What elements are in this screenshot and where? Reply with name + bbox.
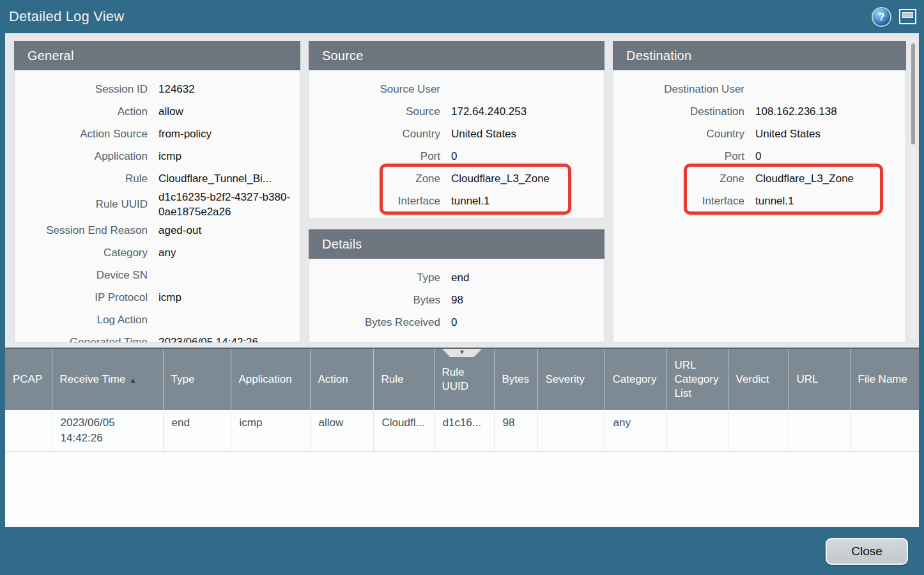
- field-value: from-policy: [158, 126, 300, 141]
- column-header-rule[interactable]: Rule: [373, 349, 434, 410]
- field-value: 172.64.240.253: [451, 104, 604, 119]
- field-value: icmp: [158, 149, 300, 164]
- field-label: Action Source: [15, 128, 148, 141]
- field-row: Port0: [309, 145, 604, 167]
- field-row: Applicationicmp: [15, 145, 300, 167]
- field-label: Generated Time: [15, 336, 148, 343]
- cell-action[interactable]: allow: [310, 410, 373, 451]
- scrollbar-thumb[interactable]: [911, 43, 915, 144]
- column-header-url-category-list[interactable]: URL Category List: [666, 349, 728, 410]
- general-panel: General Session ID124632 Actionallow Act…: [14, 41, 300, 342]
- field-value: United States: [451, 126, 604, 141]
- field-label: Destination: [613, 105, 744, 118]
- column-header-bytes[interactable]: Bytes: [494, 349, 537, 410]
- field-row: Interfacetunnel.1: [613, 190, 905, 212]
- field-label: Action: [15, 105, 148, 118]
- cell-receive-time[interactable]: 2023/06/05 14:42:26: [52, 410, 163, 451]
- field-label: Category: [15, 247, 148, 259]
- cell-verdict[interactable]: [728, 410, 789, 451]
- field-row: Session End Reasonaged-out: [15, 219, 300, 241]
- destination-panel-header: Destination: [613, 41, 906, 70]
- chevron-down-icon: ▼: [442, 349, 482, 356]
- source-panel: Source Source User Source172.64.240.253 …: [309, 41, 604, 218]
- vertical-scrollbar[interactable]: [911, 38, 916, 340]
- field-value: 0: [451, 315, 604, 330]
- column-header-rule-uuid[interactable]: Rule UUID: [434, 349, 494, 410]
- cell-severity[interactable]: [537, 410, 604, 451]
- cell-category[interactable]: any: [604, 410, 666, 451]
- field-label: IP Protocol: [15, 291, 148, 304]
- field-value: 108.162.236.138: [755, 104, 905, 119]
- source-panel-body: Source User Source172.64.240.253 Country…: [309, 70, 604, 218]
- field-row: Interfacetunnel.1: [309, 190, 604, 212]
- table-header-row: PCAP Receive Time▲ Type Application Acti…: [5, 349, 919, 410]
- field-row: CountryUnited States: [309, 123, 604, 145]
- cell-url-category-list[interactable]: [666, 410, 728, 451]
- log-table-section: ▼ PCAP Receive Time▲ Type Application Ac…: [5, 348, 919, 527]
- sort-ascending-icon: ▲: [129, 376, 136, 384]
- window-icon-glyph: [902, 12, 913, 18]
- help-icon[interactable]: ?: [873, 8, 890, 26]
- column-header-file-name[interactable]: File Name: [850, 349, 919, 410]
- page-title: Detailed Log View: [9, 8, 873, 25]
- field-value: allow: [158, 104, 300, 119]
- cell-rule[interactable]: Cloudfl...: [373, 410, 434, 451]
- field-row: Rule UUIDd1c16235-b2f2-4327-b380-0ae1875…: [15, 190, 300, 219]
- field-value: tunnel.1: [755, 194, 905, 208]
- field-row: ZoneCloudflare_L3_Zone: [613, 167, 905, 190]
- field-row: Action Sourcefrom-policy: [15, 123, 300, 145]
- field-row: Destination108.162.236.138: [613, 100, 905, 123]
- general-panel-body: Session ID124632 Actionallow Action Sour…: [14, 70, 300, 342]
- column-header-application[interactable]: Application: [231, 349, 310, 410]
- dialog-footer: Close: [0, 527, 924, 575]
- details-panel-header: Details: [309, 229, 604, 259]
- column-header-url[interactable]: URL: [789, 349, 850, 410]
- column-header-pcap[interactable]: PCAP: [5, 349, 52, 410]
- cell-url[interactable]: [789, 410, 850, 451]
- dialog-title-bar: Detailed Log View ?: [0, 0, 924, 33]
- field-row: Session ID124632: [15, 78, 300, 100]
- column-header-receive-time[interactable]: Receive Time▲: [52, 349, 163, 410]
- field-row: Categoryany: [15, 241, 300, 264]
- field-label: Zone: [309, 172, 440, 185]
- field-value: end: [451, 270, 604, 285]
- field-row: Typeend: [309, 266, 604, 289]
- field-label: Device SN: [15, 269, 148, 282]
- details-panel: Details Typeend Bytes98 Bytes Received0: [309, 229, 604, 342]
- field-label: Type: [309, 272, 440, 284]
- log-detail-panels: General Session ID124632 Actionallow Act…: [5, 33, 919, 342]
- cell-pcap[interactable]: [5, 410, 52, 451]
- field-value: any: [158, 245, 300, 260]
- field-row: Port0: [613, 145, 905, 167]
- field-value: Cloudflare_L3_Zone: [755, 171, 905, 186]
- cell-file-name[interactable]: [850, 410, 919, 451]
- field-value: icmp: [158, 290, 300, 305]
- field-value: d1c16235-b2f2-4327-b380-0ae1875e2a26: [158, 190, 300, 219]
- cell-type[interactable]: end: [163, 410, 231, 451]
- destination-panel-body: Destination User Destination108.162.236.…: [613, 70, 906, 342]
- cell-bytes[interactable]: 98: [494, 410, 537, 451]
- field-label: Bytes Received: [309, 316, 440, 329]
- cell-application[interactable]: icmp: [231, 410, 310, 451]
- field-label: Interface: [309, 195, 440, 208]
- field-value: 124632: [158, 82, 300, 96]
- field-label: Country: [309, 128, 440, 141]
- field-row: RuleCloudflare_Tunnel_Bi...: [15, 167, 300, 190]
- column-header-type[interactable]: Type: [163, 349, 231, 410]
- column-header-category[interactable]: Category: [604, 349, 666, 410]
- dialog-content: General Session ID124632 Actionallow Act…: [5, 33, 919, 527]
- field-label: Bytes: [309, 294, 440, 307]
- column-header-severity[interactable]: Severity: [537, 349, 604, 410]
- cell-rule-uuid[interactable]: d1c16...: [434, 410, 494, 451]
- field-label: Rule: [15, 172, 148, 185]
- source-panel-header: Source: [309, 41, 604, 70]
- close-button[interactable]: Close: [826, 538, 908, 565]
- field-row: Source User: [309, 78, 604, 100]
- field-value: Cloudflare_Tunnel_Bi...: [158, 171, 300, 186]
- column-header-verdict[interactable]: Verdict: [728, 349, 789, 410]
- column-header-action[interactable]: Action: [310, 349, 373, 410]
- field-row: Bytes Received0: [309, 311, 604, 334]
- field-label: Session End Reason: [15, 224, 148, 237]
- field-label: Destination User: [613, 83, 744, 96]
- window-icon[interactable]: [899, 9, 916, 24]
